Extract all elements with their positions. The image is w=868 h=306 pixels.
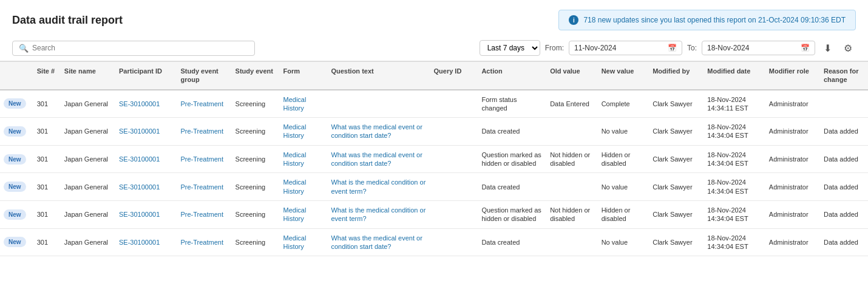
study-event-group-link[interactable]: Pre-Treatment bbox=[180, 100, 223, 107]
info-icon: i bbox=[569, 15, 578, 25]
participant-id-link[interactable]: SE-30100001 bbox=[119, 183, 160, 191]
cell-old-value: Not hidden or disabled bbox=[546, 200, 598, 228]
col-header-modifier-role: Modifier role bbox=[765, 62, 820, 90]
study-event-group-link[interactable]: Pre-Treatment bbox=[180, 127, 223, 135]
cell-question-text[interactable]: What was the medical event or condition … bbox=[327, 145, 430, 173]
settings-button[interactable]: ⚙ bbox=[840, 41, 856, 55]
cell-old-value: Not hidden or disabled bbox=[546, 145, 598, 173]
question-text-link[interactable]: What is the medical condition or event t… bbox=[331, 206, 426, 222]
cell-site: 301 bbox=[33, 90, 61, 118]
cell-question-text[interactable]: What was the medical event or condition … bbox=[327, 228, 430, 256]
form-link[interactable]: Medical History bbox=[283, 234, 307, 250]
page-title: Data audit trail report bbox=[12, 14, 123, 27]
table-row: New 301 Japan General SE-30100001 Pre-Tr… bbox=[0, 200, 868, 228]
search-input[interactable] bbox=[32, 44, 248, 52]
cell-site-name: Japan General bbox=[61, 118, 115, 146]
study-event-group-link[interactable]: Pre-Treatment bbox=[180, 183, 223, 191]
form-link[interactable]: Medical History bbox=[283, 123, 307, 139]
study-event-group-link[interactable]: Pre-Treatment bbox=[180, 211, 223, 218]
study-event-group-link[interactable]: Pre-Treatment bbox=[180, 155, 223, 163]
cell-participant-id[interactable]: SE-30100001 bbox=[115, 228, 177, 256]
cell-form[interactable]: Medical History bbox=[280, 173, 328, 201]
question-text-link[interactable]: What is the medical condition or event t… bbox=[331, 178, 426, 194]
from-date-input[interactable] bbox=[574, 44, 665, 52]
cell-action: Data created bbox=[478, 228, 546, 256]
cell-form[interactable]: Medical History bbox=[280, 228, 328, 256]
cell-study-event-group[interactable]: Pre-Treatment bbox=[177, 200, 231, 228]
cell-modifier-role: Administrator bbox=[765, 200, 820, 228]
cell-new-value: Hidden or disabled bbox=[598, 145, 649, 173]
cell-modified-date: 18-Nov-2024 14:34:04 EST bbox=[704, 173, 765, 201]
question-text-link[interactable]: What was the medical event or condition … bbox=[331, 123, 422, 139]
cell-question-text[interactable]: What was the medical event or condition … bbox=[327, 118, 430, 146]
to-date-wrapper[interactable]: 📅 bbox=[702, 41, 815, 55]
cell-old-value: Data Entered bbox=[546, 90, 598, 118]
cell-study-event: Screening bbox=[232, 228, 280, 256]
cell-study-event-group[interactable]: Pre-Treatment bbox=[177, 145, 231, 173]
badge-new: New bbox=[4, 98, 26, 109]
cell-modified-by: Clark Sawyer bbox=[649, 228, 704, 256]
participant-id-link[interactable]: SE-30100001 bbox=[119, 211, 160, 218]
cell-form[interactable]: Medical History bbox=[280, 118, 328, 146]
cell-participant-id[interactable]: SE-30100001 bbox=[115, 145, 177, 173]
cell-badge: New bbox=[0, 200, 33, 228]
cell-modified-by: Clark Sawyer bbox=[649, 200, 704, 228]
cell-modifier-role: Administrator bbox=[765, 145, 820, 173]
table-header: Site # Site name Participant ID Study ev… bbox=[0, 62, 868, 90]
participant-id-link[interactable]: SE-30100001 bbox=[119, 100, 160, 107]
cell-participant-id[interactable]: SE-30100001 bbox=[115, 173, 177, 201]
cell-study-event-group[interactable]: Pre-Treatment bbox=[177, 118, 231, 146]
cell-badge: New bbox=[0, 90, 33, 118]
to-date-input[interactable] bbox=[707, 44, 798, 52]
participant-id-link[interactable]: SE-30100001 bbox=[119, 239, 160, 246]
cell-site-name: Japan General bbox=[61, 173, 115, 201]
form-link[interactable]: Medical History bbox=[283, 178, 307, 194]
search-icon: 🔍 bbox=[19, 44, 29, 53]
cell-site-name: Japan General bbox=[61, 200, 115, 228]
cell-study-event: Screening bbox=[232, 200, 280, 228]
cell-participant-id[interactable]: SE-30100001 bbox=[115, 118, 177, 146]
date-filters: Last 7 days From: 📅 To: 📅 ⬇ ⚙ bbox=[480, 40, 856, 56]
cell-form[interactable]: Medical History bbox=[280, 200, 328, 228]
form-link[interactable]: Medical History bbox=[283, 151, 307, 167]
table-row: New 301 Japan General SE-30100001 Pre-Tr… bbox=[0, 173, 868, 201]
table-row: New 301 Japan General SE-30100001 Pre-Tr… bbox=[0, 228, 868, 256]
question-text-link[interactable]: What was the medical event or condition … bbox=[331, 151, 422, 167]
badge-new: New bbox=[4, 237, 26, 247]
badge-new: New bbox=[4, 154, 26, 165]
form-link[interactable]: Medical History bbox=[283, 96, 307, 112]
cell-question-text[interactable]: What is the medical condition or event t… bbox=[327, 173, 430, 201]
from-calendar-icon[interactable]: 📅 bbox=[668, 44, 677, 52]
col-header-badge bbox=[0, 62, 33, 90]
cell-question-text[interactable]: What is the medical condition or event t… bbox=[327, 200, 430, 228]
cell-study-event-group[interactable]: Pre-Treatment bbox=[177, 173, 231, 201]
cell-form[interactable]: Medical History bbox=[280, 90, 328, 118]
table-row: New 301 Japan General SE-30100001 Pre-Tr… bbox=[0, 90, 868, 118]
form-link[interactable]: Medical History bbox=[283, 206, 307, 222]
to-calendar-icon[interactable]: 📅 bbox=[801, 44, 810, 52]
page-header: Data audit trail report i 718 new update… bbox=[0, 0, 868, 35]
participant-id-link[interactable]: SE-30100001 bbox=[119, 155, 160, 163]
cell-participant-id[interactable]: SE-30100001 bbox=[115, 200, 177, 228]
participant-id-link[interactable]: SE-30100001 bbox=[119, 127, 160, 135]
search-box[interactable]: 🔍 bbox=[12, 41, 255, 56]
cell-study-event: Screening bbox=[232, 118, 280, 146]
cell-question-text[interactable] bbox=[327, 90, 430, 118]
date-range-select[interactable]: Last 7 days bbox=[480, 40, 540, 56]
from-date-wrapper[interactable]: 📅 bbox=[569, 41, 682, 55]
cell-participant-id[interactable]: SE-30100001 bbox=[115, 90, 177, 118]
cell-study-event-group[interactable]: Pre-Treatment bbox=[177, 228, 231, 256]
question-text-link[interactable]: What was the medical event or condition … bbox=[331, 234, 422, 250]
audit-table: Site # Site name Participant ID Study ev… bbox=[0, 61, 868, 256]
cell-reason-for-change bbox=[820, 90, 868, 118]
cell-form[interactable]: Medical History bbox=[280, 145, 328, 173]
cell-modified-by: Clark Sawyer bbox=[649, 118, 704, 146]
col-header-study-event: Study event bbox=[232, 62, 280, 90]
table-row: New 301 Japan General SE-30100001 Pre-Tr… bbox=[0, 118, 868, 146]
col-header-modified-date: Modified date bbox=[704, 62, 765, 90]
col-header-action: Action bbox=[478, 62, 546, 90]
download-button[interactable]: ⬇ bbox=[820, 41, 835, 55]
cell-study-event-group[interactable]: Pre-Treatment bbox=[177, 90, 231, 118]
study-event-group-link[interactable]: Pre-Treatment bbox=[180, 239, 223, 246]
cell-action: Data created bbox=[478, 118, 546, 146]
